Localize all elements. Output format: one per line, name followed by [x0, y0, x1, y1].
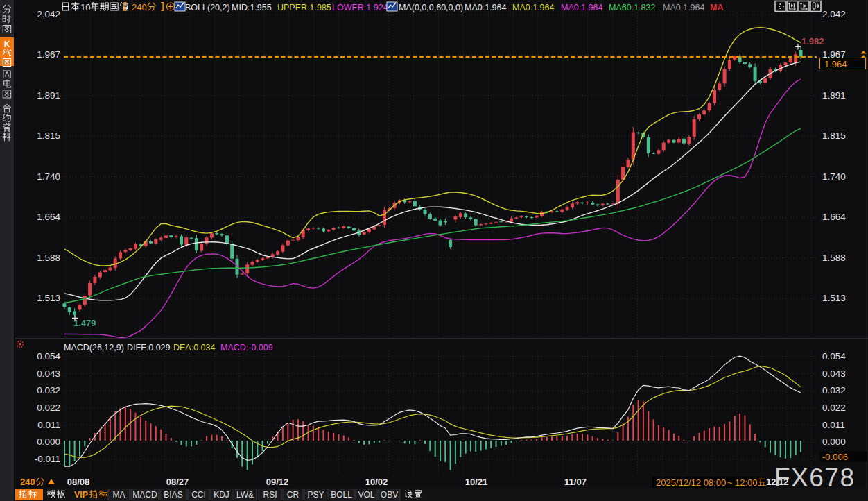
svg-text:0.054: 0.054	[822, 351, 846, 362]
svg-text:~: ~	[727, 477, 733, 488]
svg-text:1.964: 1.964	[824, 59, 847, 69]
svg-text:MA0:1.964: MA0:1.964	[561, 3, 603, 12]
svg-text:1.513: 1.513	[37, 293, 60, 303]
svg-text:MA60:1.832: MA60:1.832	[609, 3, 655, 12]
svg-text:MID:1.955: MID:1.955	[232, 3, 272, 12]
svg-text:0.000: 0.000	[822, 436, 846, 447]
svg-text:DIFF:0.029: DIFF:0.029	[127, 343, 171, 353]
svg-text:1.815: 1.815	[37, 130, 60, 141]
svg-text:1.513: 1.513	[822, 293, 846, 303]
svg-text:08/27: 08/27	[166, 477, 189, 487]
svg-text:LOWER:1.924: LOWER:1.924	[332, 3, 388, 12]
svg-text:BIAS: BIAS	[164, 490, 182, 500]
svg-text:VIP: VIP	[74, 490, 88, 500]
svg-text:0.000: 0.000	[37, 436, 60, 447]
svg-text:OBV: OBV	[381, 490, 398, 500]
svg-text:240: 240	[132, 2, 147, 12]
svg-text:09/12: 09/12	[266, 477, 289, 487]
svg-text:1.664: 1.664	[37, 212, 60, 222]
svg-text:240: 240	[20, 477, 35, 487]
svg-text:BOLL: BOLL	[331, 490, 352, 500]
svg-text:1.891: 1.891	[37, 90, 60, 101]
svg-text:1.891: 1.891	[822, 90, 846, 101]
svg-text:BOLL(20,2): BOLL(20,2)	[185, 3, 230, 12]
svg-text:MA0:1.964: MA0:1.964	[663, 3, 705, 12]
svg-text:0.032: 0.032	[822, 385, 846, 396]
svg-text:2025/12/12 08:00: 2025/12/12 08:00	[656, 477, 726, 488]
svg-text:MA: MA	[113, 490, 125, 500]
svg-text:11/07: 11/07	[564, 477, 587, 487]
svg-text:KDJ: KDJ	[214, 490, 229, 500]
svg-text:2.042: 2.042	[822, 9, 846, 19]
svg-text:0.043: 0.043	[37, 368, 60, 379]
svg-text:VOL: VOL	[358, 490, 374, 500]
svg-text:RSI: RSI	[263, 490, 277, 500]
svg-text:0.022: 0.022	[822, 402, 846, 413]
svg-text:MA0:1.964: MA0:1.964	[465, 3, 507, 12]
svg-text:MACD:-0.009: MACD:-0.009	[220, 343, 273, 353]
svg-text:1.740: 1.740	[37, 171, 60, 182]
svg-text:12:00: 12:00	[735, 477, 758, 488]
svg-text:0.022: 0.022	[37, 402, 60, 413]
svg-text:1.479: 1.479	[73, 318, 96, 328]
svg-text:1.664: 1.664	[822, 212, 846, 222]
svg-text:10/02: 10/02	[365, 477, 388, 487]
svg-text:0.011: 0.011	[822, 420, 845, 430]
svg-text:0.054: 0.054	[37, 351, 60, 362]
svg-text:0.032: 0.032	[37, 385, 60, 396]
svg-text:CR: CR	[287, 490, 300, 500]
svg-text:2.042: 2.042	[37, 9, 60, 19]
svg-text:1.588: 1.588	[822, 253, 846, 263]
svg-text:1.967: 1.967	[37, 49, 60, 60]
svg-text:LW&: LW&	[236, 490, 254, 500]
svg-text:CCI: CCI	[191, 490, 206, 500]
svg-text:-0.006: -0.006	[822, 452, 848, 462]
svg-text:FX678: FX678	[774, 464, 856, 492]
svg-text:0.043: 0.043	[822, 368, 846, 379]
svg-text:-0.011: -0.011	[35, 454, 60, 464]
svg-text:1.588: 1.588	[37, 253, 60, 263]
svg-text:K: K	[4, 40, 10, 49]
svg-text:10/21: 10/21	[465, 477, 488, 487]
svg-text:10: 10	[80, 2, 90, 12]
svg-text:DEA:0.034: DEA:0.034	[173, 343, 216, 353]
svg-text:1.815: 1.815	[822, 130, 846, 141]
svg-text:1.982: 1.982	[801, 36, 824, 46]
svg-text:1.740: 1.740	[822, 171, 846, 182]
svg-text:UPPER:1.985: UPPER:1.985	[277, 3, 331, 12]
svg-text:MA(0,0,0,60,0,0): MA(0,0,0,60,0,0)	[399, 3, 463, 12]
svg-text:MA: MA	[710, 3, 723, 12]
svg-text:0.011: 0.011	[37, 420, 60, 430]
svg-text:MA0:1.964: MA0:1.964	[512, 3, 555, 12]
svg-text:08/08: 08/08	[67, 477, 90, 487]
svg-text:MACD(26,12,9): MACD(26,12,9)	[64, 343, 124, 353]
svg-text:PSY: PSY	[307, 490, 324, 500]
svg-text:MACD: MACD	[132, 490, 157, 500]
